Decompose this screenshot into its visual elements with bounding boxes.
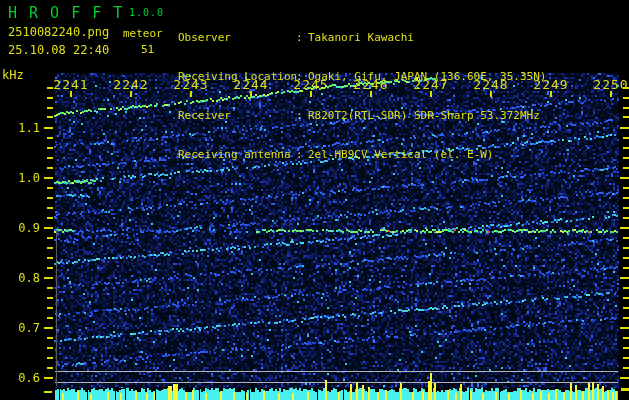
app-version: 1.0.0 <box>129 7 164 18</box>
x-tick-label: 2242 <box>110 77 152 92</box>
mode-label: meteor <box>123 27 163 40</box>
x-tick-label: 2248 <box>470 77 512 92</box>
info-row-antenna: Receiving antenna:2el-HB9CV Vertical (el… <box>178 148 546 161</box>
x-tick-label: 2247 <box>410 77 452 92</box>
x-tick-label: 2241 <box>50 77 92 92</box>
y-tick-label: 0.7 <box>0 321 40 335</box>
x-tick-label: 2245 <box>290 77 332 92</box>
timestamp: 25.10.08 22:40 <box>8 43 109 57</box>
y-axis-unit-label: kHz <box>2 68 24 82</box>
x-tick-label: 2249 <box>530 77 572 92</box>
x-tick-label: 2244 <box>230 77 272 92</box>
y-tick-label: 0.8 <box>0 271 40 285</box>
echo-count: 51 <box>141 43 154 56</box>
station-info: Observer:Takanori Kawachi Receiving Loca… <box>178 5 546 187</box>
info-row-receiver: Receiver:R820T2(RTL-SDR) SDR-Sharp 53.37… <box>178 109 546 122</box>
x-tick-label: 2243 <box>170 77 212 92</box>
app-title: H R O F F T <box>8 4 124 22</box>
y-tick-label: 1.1 <box>0 121 40 135</box>
hrofft-screen: H R O F F T 1.0.0 2510082240.png meteor … <box>0 0 629 400</box>
x-tick-label: 2250 <box>590 77 629 92</box>
output-filename: 2510082240.png <box>8 25 109 39</box>
info-row-observer: Observer:Takanori Kawachi <box>178 31 546 44</box>
y-tick-label: 0.6 <box>0 371 40 385</box>
y-tick-label: 0.9 <box>0 221 40 235</box>
x-tick-label: 2246 <box>350 77 392 92</box>
y-tick-label: 1.0 <box>0 171 40 185</box>
